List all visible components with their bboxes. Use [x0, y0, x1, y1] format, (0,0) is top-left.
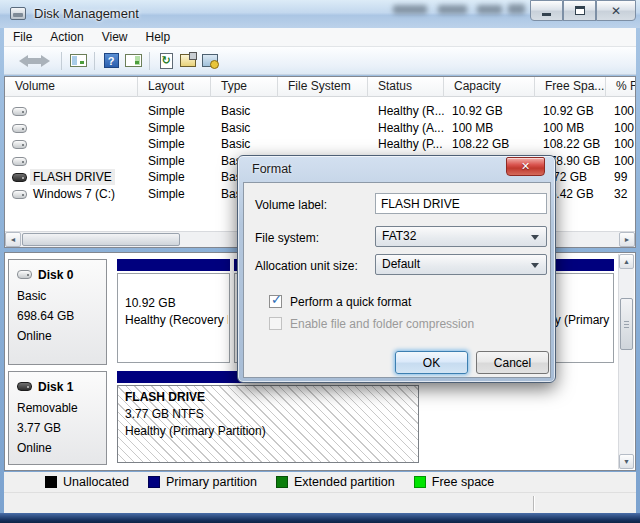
disk-1-row: Disk 1 Removable 3.77 GB Online FLASH DR…: [8, 371, 611, 465]
partition-label: FLASH DRIVE: [125, 390, 417, 405]
dialog-close-button[interactable]: ✕: [506, 157, 545, 176]
partition-recovery[interactable]: 10.92 GB Healthy (Recovery Partition): [117, 259, 230, 365]
vertical-scroll-thumb[interactable]: [620, 298, 633, 350]
help-button[interactable]: ?: [100, 50, 122, 72]
thumb-grip: [624, 324, 629, 325]
close-button[interactable]: ✕: [596, 0, 636, 21]
partition-flash-drive[interactable]: FLASH DRIVE 3.77 GB NTFS Healthy (Primar…: [117, 371, 419, 465]
cell-status: Healthy (A...: [378, 120, 444, 137]
cell-layout: Simple: [148, 103, 208, 120]
disk-management-window: Disk Management ✕ File Action View Help …: [0, 0, 640, 523]
scroll-right-button[interactable]: ►: [619, 232, 635, 247]
cell-pct-free: 100: [614, 136, 636, 153]
volume-icon: [12, 124, 27, 133]
menu-file[interactable]: File: [4, 28, 41, 46]
volume-label-label: Volume label:: [255, 198, 327, 212]
scroll-up-button[interactable]: ▲: [619, 254, 634, 269]
menu-action[interactable]: Action: [41, 28, 92, 46]
volume-icon: [12, 157, 27, 166]
cell-layout: Simple: [148, 186, 208, 203]
unallocated-color-swatch: [45, 476, 57, 488]
legend-extended-partition: Extended partition: [276, 475, 395, 489]
column-header-capacity[interactable]: Capacity: [444, 77, 535, 97]
properties-button[interactable]: [177, 50, 199, 72]
cell-status: Healthy (R...: [378, 103, 444, 120]
cell-pct-free: 100: [614, 153, 636, 170]
ok-button[interactable]: OK: [395, 351, 468, 374]
window-bottom-border: [0, 513, 640, 523]
menu-view[interactable]: View: [93, 28, 137, 46]
disk-0-info-box[interactable]: Disk 0 Basic 698.64 GB Online: [8, 259, 107, 365]
partition-size: 3.77 GB NTFS: [125, 407, 417, 422]
cell-pct-free: 100: [614, 120, 636, 137]
check-icon: ✓: [271, 292, 282, 307]
background-window-blur: [477, 5, 502, 14]
console-tree-icon: [70, 54, 87, 67]
disk-1-partition-strip: FLASH DRIVE 3.77 GB NTFS Healthy (Primar…: [114, 371, 611, 465]
partition-status: Healthy (Recovery Partition): [125, 313, 228, 328]
cell-pct-free: 99: [614, 169, 636, 186]
horizontal-scroll-thumb[interactable]: [22, 233, 180, 246]
dialog-title: Format: [252, 162, 292, 176]
volume-label-input[interactable]: [375, 193, 547, 214]
volume-icon: [12, 140, 27, 149]
format-dialog: Format ✕ Volume label: File system: FAT3…: [237, 155, 556, 383]
close-icon: ✕: [611, 4, 621, 18]
cell-status: Healthy (P...: [378, 136, 444, 153]
column-header-free-space[interactable]: Free Spa...: [535, 77, 606, 97]
background-window-blur: [393, 5, 427, 14]
table-header: Volume Layout Type File System Status Ca…: [5, 77, 635, 97]
column-header-volume[interactable]: Volume: [5, 77, 138, 97]
console-window-icon: [202, 54, 218, 67]
cell-layout: Simple: [148, 120, 208, 137]
allocation-unit-dropdown[interactable]: Default: [375, 254, 547, 275]
disk-management-console-button[interactable]: [199, 50, 221, 72]
column-header-status[interactable]: Status: [368, 77, 444, 97]
legend-primary-partition: Primary partition: [148, 475, 257, 489]
cell-free-space: 100 MB: [543, 120, 605, 137]
refresh-button[interactable]: ↻: [155, 50, 177, 72]
disk-icon: [17, 382, 32, 391]
minimize-button[interactable]: [530, 0, 563, 21]
quick-format-checkbox[interactable]: ✓: [269, 295, 282, 308]
forward-button[interactable]: [34, 50, 56, 72]
cell-free-space: 108.22 GB: [543, 136, 605, 153]
vertical-scrollbar[interactable]: ▲ ▼: [618, 254, 634, 469]
column-header-layout[interactable]: Layout: [138, 77, 211, 97]
column-header-pct-free[interactable]: % Free: [606, 77, 635, 97]
title-bar[interactable]: Disk Management ✕: [0, 0, 640, 28]
status-bar: [4, 492, 636, 513]
quick-format-label: Perform a quick format: [290, 295, 411, 309]
volume-row[interactable]: Simple Basic Healthy (R... 10.92 GB 10.9…: [5, 103, 635, 120]
maximize-icon: [575, 6, 585, 15]
chevron-down-icon: [531, 263, 539, 268]
primary-partition-bar: [117, 259, 230, 271]
show-action-pane-button[interactable]: [122, 50, 144, 72]
maximize-button[interactable]: [563, 0, 596, 21]
disk-1-size: 3.77 GB: [17, 421, 106, 435]
disk-1-info-box[interactable]: Disk 1 Removable 3.77 GB Online: [8, 371, 107, 465]
column-header-file-system[interactable]: File System: [278, 77, 368, 97]
volume-row[interactable]: Simple Basic Healthy (P... 108.22 GB 108…: [5, 136, 635, 153]
volume-row[interactable]: Simple Basic Healthy (A... 100 MB 100 MB…: [5, 120, 635, 137]
disk-icon: [17, 270, 32, 279]
action-pane-icon: [125, 54, 142, 67]
scroll-down-button[interactable]: ▼: [619, 454, 634, 469]
volume-icon: [12, 190, 27, 199]
legend-free-space: Free space: [414, 475, 495, 489]
toolbar-separator: [61, 52, 62, 70]
cancel-button[interactable]: Cancel: [476, 351, 549, 374]
legend-bar: Unallocated Primary partition Extended p…: [4, 472, 636, 492]
free-space-color-swatch: [414, 476, 426, 488]
show-console-tree-button[interactable]: [67, 50, 89, 72]
scroll-left-button[interactable]: ◄: [5, 232, 21, 247]
column-header-type[interactable]: Type: [211, 77, 278, 97]
window-controls: ✕: [530, 0, 636, 22]
menu-help[interactable]: Help: [137, 28, 180, 46]
file-system-dropdown[interactable]: FAT32: [375, 226, 547, 247]
cell-layout: Simple: [148, 136, 208, 153]
back-button[interactable]: [12, 50, 34, 72]
back-icon: [19, 55, 28, 67]
minimize-icon: [542, 13, 551, 16]
compression-checkbox[interactable]: [269, 317, 282, 330]
